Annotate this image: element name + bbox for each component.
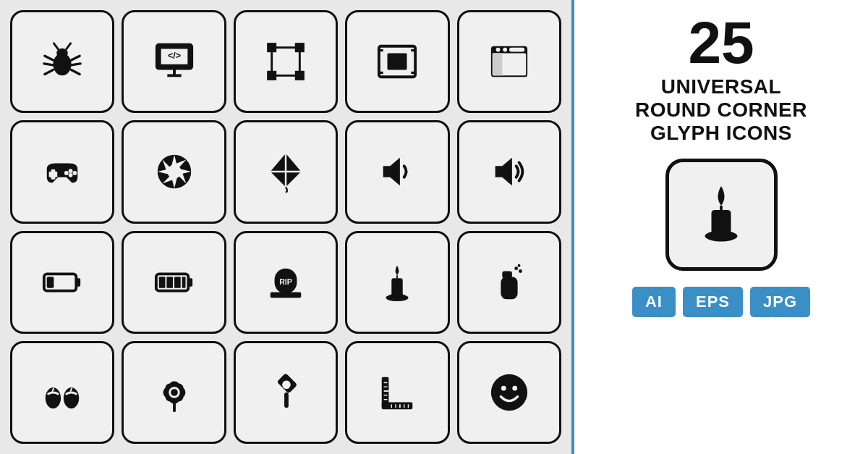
icon-flip-flops [10, 341, 114, 444]
svg-line-4 [45, 70, 54, 75]
svg-rect-46 [188, 278, 192, 287]
svg-point-37 [64, 171, 69, 175]
svg-point-91 [491, 374, 527, 411]
svg-text:</>: </> [168, 51, 181, 61]
svg-rect-58 [501, 277, 517, 299]
svg-rect-16 [268, 44, 276, 51]
svg-point-61 [519, 269, 522, 273]
svg-text:RIP: RIP [279, 277, 292, 286]
svg-point-30 [503, 48, 507, 52]
svg-line-3 [44, 64, 54, 65]
svg-rect-50 [182, 277, 185, 287]
svg-point-78 [282, 380, 291, 389]
svg-point-62 [517, 264, 520, 266]
format-badges: AI EPS JPG [632, 287, 810, 317]
title-line1: UNIVERSAL [661, 75, 781, 98]
svg-rect-49 [174, 277, 181, 287]
svg-rect-48 [166, 277, 173, 287]
title-line2: ROUND CORNER [635, 98, 807, 122]
svg-point-97 [705, 231, 738, 242]
icon-ruler [345, 341, 449, 444]
svg-rect-18 [268, 72, 276, 80]
icon-candle [345, 231, 449, 334]
svg-rect-44 [47, 277, 54, 287]
svg-line-6 [72, 64, 81, 65]
svg-rect-95 [712, 210, 731, 234]
featured-icon-box [665, 159, 778, 271]
svg-rect-77 [284, 392, 289, 408]
svg-rect-47 [158, 277, 165, 287]
icon-gamepad [10, 120, 114, 223]
svg-point-34 [69, 169, 73, 174]
svg-rect-17 [296, 44, 303, 51]
svg-line-8 [54, 43, 59, 49]
icon-volume-high [457, 120, 561, 223]
icon-volume-low [345, 120, 449, 223]
svg-rect-52 [271, 292, 302, 298]
icon-browser [457, 10, 561, 113]
svg-rect-28 [493, 54, 503, 76]
svg-line-7 [72, 70, 80, 75]
icon-battery-full [122, 231, 226, 334]
icon-bug [10, 10, 114, 113]
svg-rect-31 [509, 48, 524, 52]
icon-code: </> [122, 10, 226, 113]
icon-battery-low [10, 231, 114, 334]
svg-line-5 [72, 56, 80, 60]
icon-pin [234, 341, 338, 444]
svg-rect-21 [388, 54, 407, 70]
badge-ai: AI [632, 287, 676, 317]
icon-shutter [122, 120, 226, 223]
svg-point-57 [386, 294, 409, 301]
icon-kite [234, 120, 338, 223]
title-line3: GLYPH ICONS [650, 122, 792, 145]
svg-point-93 [512, 386, 517, 391]
badge-jpg: JPG [750, 287, 810, 317]
icon-transform [234, 10, 338, 113]
icon-flower [122, 341, 226, 444]
svg-rect-59 [502, 271, 512, 278]
badge-eps: EPS [683, 287, 743, 317]
icon-grid: </> [0, 0, 571, 454]
right-panel: 25 UNIVERSAL ROUND CORNER GLYPH ICONS AI… [571, 0, 868, 454]
icon-spray [457, 231, 561, 334]
svg-rect-19 [296, 72, 303, 80]
svg-line-2 [45, 56, 54, 60]
icon-frame [345, 10, 449, 113]
svg-point-29 [495, 48, 500, 52]
svg-rect-33 [49, 172, 58, 177]
svg-rect-43 [77, 278, 81, 287]
icon-count: 25 [688, 13, 754, 72]
svg-point-92 [501, 386, 506, 391]
svg-point-36 [69, 173, 73, 177]
svg-point-35 [73, 171, 77, 175]
svg-point-60 [514, 266, 518, 270]
icon-tombstone: RIP [234, 231, 338, 334]
svg-point-75 [171, 389, 178, 396]
svg-line-9 [67, 43, 71, 49]
icon-smiley [457, 341, 561, 444]
